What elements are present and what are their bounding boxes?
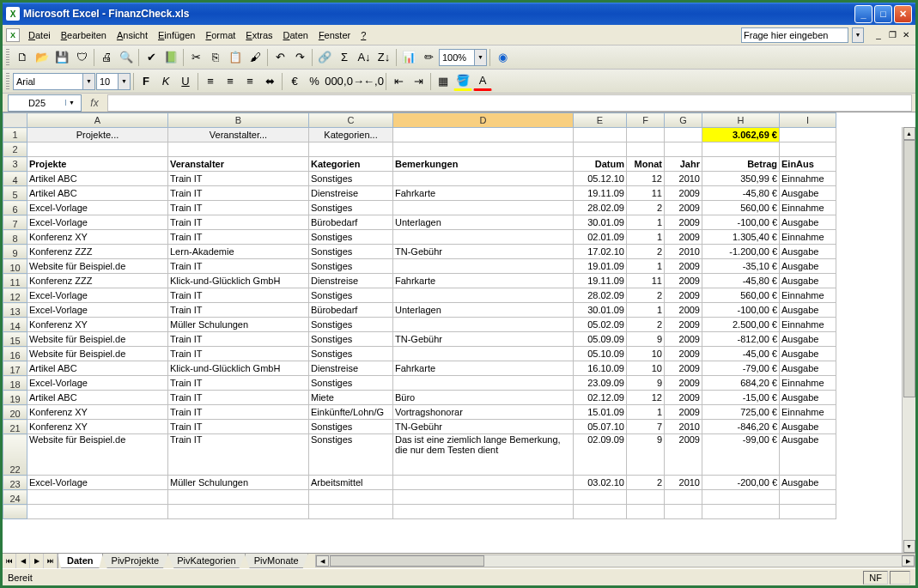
hscroll-thumb[interactable] <box>330 555 484 567</box>
col-header-I[interactable]: I <box>780 113 836 128</box>
cell-F20[interactable]: 1 <box>627 405 665 420</box>
cell-E8[interactable]: 02.01.09 <box>574 230 627 245</box>
cell-A19[interactable]: Artikel ABC <box>27 391 168 405</box>
redo-icon[interactable]: ↷ <box>290 48 309 67</box>
cell-E9[interactable]: 17.02.10 <box>574 245 627 259</box>
cell-E10[interactable]: 19.01.09 <box>574 259 627 274</box>
scroll-left-icon[interactable]: ◀ <box>316 555 329 567</box>
cell-E24[interactable] <box>574 490 627 505</box>
cell-F19[interactable]: 12 <box>627 391 665 405</box>
cell-A15[interactable]: Website für Beispiel.de <box>27 332 168 347</box>
cell-D10[interactable] <box>393 259 574 274</box>
cell-G15[interactable]: 2009 <box>665 332 702 347</box>
col-header-C[interactable]: C <box>309 113 393 128</box>
print-icon[interactable]: 🖨 <box>97 48 116 67</box>
undo-icon[interactable]: ↶ <box>271 48 289 67</box>
row-header-25[interactable] <box>3 505 27 519</box>
font-color-icon[interactable]: A <box>473 72 492 91</box>
cell-H23[interactable]: -200,00 € <box>702 476 780 490</box>
dec-indent-icon[interactable]: ⇤ <box>389 72 408 91</box>
cell-E5[interactable]: 19.11.09 <box>574 186 627 201</box>
merge-icon[interactable]: ⬌ <box>260 72 279 91</box>
cell-H17[interactable]: -79,00 € <box>702 361 780 376</box>
cell-H10[interactable]: -35,10 € <box>702 259 780 274</box>
italic-icon[interactable]: K <box>156 72 175 91</box>
cell-B15[interactable]: Train IT <box>168 332 309 347</box>
spellcheck-icon[interactable]: ✔ <box>142 48 161 67</box>
cell-E18[interactable]: 23.09.09 <box>574 376 627 391</box>
cell-H12[interactable]: 560,00 € <box>702 288 780 303</box>
cell-H8[interactable]: 1.305,40 € <box>702 230 780 245</box>
cell-I14[interactable]: Einnahme <box>780 318 836 332</box>
row-header-8[interactable]: 8 <box>3 230 27 245</box>
cell-F1[interactable] <box>627 128 665 142</box>
cell-B24[interactable] <box>168 490 309 505</box>
zoom-dropdown[interactable]: ▼ <box>439 49 487 66</box>
font-name[interactable] <box>14 74 82 89</box>
cell-B9[interactable]: Lern-Akademie <box>168 245 309 259</box>
cell-D8[interactable] <box>393 230 574 245</box>
cell-H1[interactable]: 3.062,69 € <box>702 128 780 142</box>
inc-decimal-icon[interactable]: ,0→ <box>344 72 363 91</box>
cell-E12[interactable]: 28.02.09 <box>574 288 627 303</box>
menu-?[interactable]: ? <box>356 28 371 42</box>
cut-icon[interactable]: ✂ <box>186 48 205 67</box>
cell-E17[interactable]: 16.10.09 <box>574 361 627 376</box>
row-header-2[interactable]: 2 <box>3 142 27 157</box>
row-header-10[interactable]: 10 <box>3 259 27 274</box>
cell-I24[interactable] <box>780 490 836 505</box>
cell-H18[interactable]: 684,20 € <box>702 376 780 391</box>
tab-prev-icon[interactable]: ◀ <box>16 554 30 568</box>
cell-B16[interactable]: Train IT <box>168 347 309 361</box>
cell-C19[interactable]: Miete <box>309 391 393 405</box>
open-icon[interactable]: 📂 <box>33 48 52 67</box>
cell-B7[interactable]: Train IT <box>168 215 309 230</box>
cell-H21[interactable]: -846,20 € <box>702 420 780 434</box>
cell-C12[interactable]: Sonstiges <box>309 288 393 303</box>
col-header-A[interactable]: A <box>27 113 168 128</box>
format-painter-icon[interactable]: 🖌 <box>246 48 264 67</box>
close-button[interactable]: ✕ <box>894 5 912 23</box>
dec-decimal-icon[interactable]: ←,0 <box>364 72 383 91</box>
row-header-18[interactable]: 18 <box>3 376 27 391</box>
cell-I6[interactable]: Einnahme <box>780 201 836 215</box>
cell-I8[interactable]: Einnahme <box>780 230 836 245</box>
cell-A25[interactable] <box>27 505 168 519</box>
cell-F2[interactable] <box>627 142 665 157</box>
sheet-tab-pivmonate[interactable]: PivMonate <box>245 554 308 568</box>
cell-D3[interactable]: Bemerkungen <box>393 157 574 172</box>
cell-A12[interactable]: Excel-Vorlage <box>27 288 168 303</box>
align-left-icon[interactable]: ≡ <box>201 72 220 91</box>
cell-I21[interactable]: Ausgabe <box>780 420 836 434</box>
worksheet-grid[interactable]: ABCDEFGHI1Projekte...Veranstalter...Kate… <box>3 112 915 553</box>
cell-C7[interactable]: Bürobedarf <box>309 215 393 230</box>
font-dropdown[interactable]: ▼ <box>13 73 95 90</box>
cell-B3[interactable]: Veranstalter <box>168 157 309 172</box>
row-header-19[interactable]: 19 <box>3 391 27 405</box>
row-header-6[interactable]: 6 <box>3 201 27 215</box>
cell-C13[interactable]: Bürobedarf <box>309 303 393 318</box>
cell-C4[interactable]: Sonstiges <box>309 172 393 186</box>
cell-B12[interactable]: Train IT <box>168 288 309 303</box>
cell-F11[interactable]: 11 <box>627 274 665 288</box>
cell-F22[interactable]: 9 <box>627 434 665 476</box>
cell-I15[interactable]: Ausgabe <box>780 332 836 347</box>
cell-E19[interactable]: 02.12.09 <box>574 391 627 405</box>
cell-A11[interactable]: Konferenz ZZZ <box>27 274 168 288</box>
cell-E20[interactable]: 15.01.09 <box>574 405 627 420</box>
row-header-13[interactable]: 13 <box>3 303 27 318</box>
titlebar[interactable]: X Microsoft Excel - FinanzCheck.xls _ □ … <box>3 3 915 25</box>
cell-D17[interactable]: Fahrkarte <box>393 361 574 376</box>
cell-C9[interactable]: Sonstiges <box>309 245 393 259</box>
cell-G25[interactable] <box>665 505 702 519</box>
cell-G1[interactable] <box>665 128 702 142</box>
cell-C15[interactable]: Sonstiges <box>309 332 393 347</box>
sheet-tab-pivkategorien[interactable]: PivKategorien <box>167 554 246 568</box>
cell-G12[interactable]: 2009 <box>665 288 702 303</box>
cell-I9[interactable]: Ausgabe <box>780 245 836 259</box>
menu-format[interactable]: Format <box>200 28 240 42</box>
row-header-9[interactable]: 9 <box>3 245 27 259</box>
cell-G5[interactable]: 2009 <box>665 186 702 201</box>
fx-icon[interactable]: fx <box>85 97 104 109</box>
cell-E21[interactable]: 05.07.10 <box>574 420 627 434</box>
